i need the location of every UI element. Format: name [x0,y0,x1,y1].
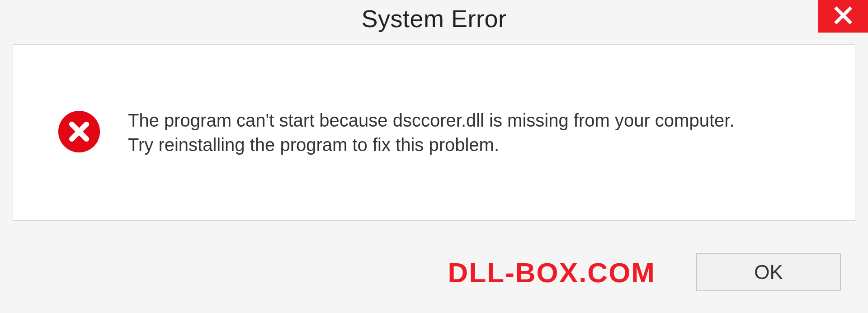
title-bar: System Error [0,0,868,44]
close-button[interactable] [818,0,868,33]
footer: DLL-BOX.COM OK [0,232,868,313]
message-block: The program can't start because dsccorer… [128,108,828,157]
content-panel: The program can't start because dsccorer… [13,44,855,221]
error-icon [57,110,101,155]
close-icon [833,5,853,27]
watermark-text: DLL-BOX.COM [448,256,656,289]
ok-button[interactable]: OK [696,253,841,291]
message-line-2: Try reinstalling the program to fix this… [128,133,828,157]
dialog-title: System Error [361,5,506,33]
message-line-1: The program can't start because dsccorer… [128,108,828,133]
